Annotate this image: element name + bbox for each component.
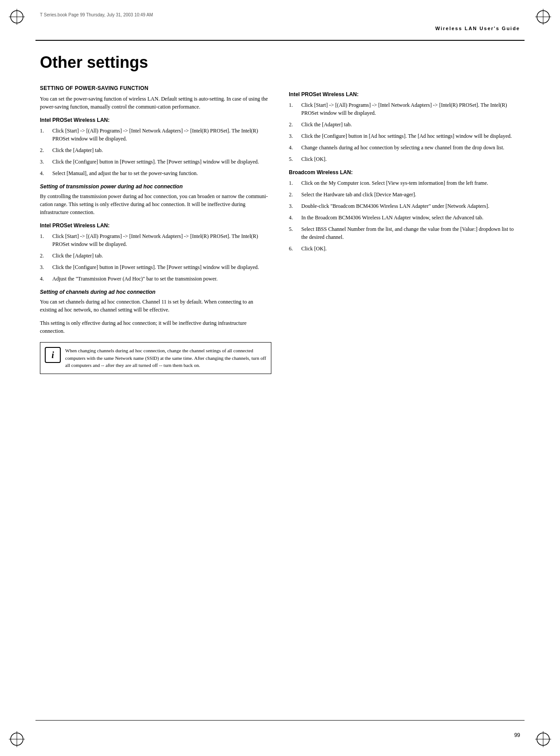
right-column: Intel PROSet Wireless LAN: 1.Click [Star… <box>289 85 521 721</box>
list-item: 3.Double-click "Broadcom BCM4306 Wireles… <box>289 202 521 210</box>
right-broadcom-label: Broadcom Wireless LAN: <box>289 169 521 175</box>
section-channels: Setting of channels during ad hoc connec… <box>40 289 271 374</box>
list-item: 2.Select the Hardware tab and click [Dev… <box>289 191 521 199</box>
list-item: 4.Select [Manual], and adjust the bar to… <box>40 169 271 177</box>
list-item: 1.Click [Start] -> [(All) Programs] -> [… <box>40 127 271 143</box>
section2-body: By controlling the transmission power du… <box>40 192 271 216</box>
info-box-text: When changing channels during ad hoc con… <box>65 347 266 369</box>
columns: SETTING OF POWER-SAVING FUNCTION You can… <box>40 85 520 721</box>
reg-mark-tl <box>8 8 26 26</box>
list-item: 2.Click the [Adapter] tab. <box>289 121 521 129</box>
section-tx-power: Setting of transmission power during ad … <box>40 183 271 283</box>
section3-title: Setting of channels during ad hoc connec… <box>40 289 271 295</box>
right-intel-label: Intel PROSet Wireless LAN: <box>289 91 521 97</box>
right-broadcom-steps: 1.Click on the My Computer icon. Select … <box>289 179 521 253</box>
list-item: 5.Click [OK]. <box>289 155 521 163</box>
list-item: 3.Click the [Configure] button in [Power… <box>40 158 271 166</box>
page-number: 99 <box>514 732 520 738</box>
list-item: 2.Click the [Adapter] tab. <box>40 252 271 260</box>
section-power-saving: SETTING OF POWER-SAVING FUNCTION You can… <box>40 85 271 177</box>
right-broadcom-section: Broadcom Wireless LAN: 1.Click on the My… <box>289 169 521 253</box>
info-icon: i <box>45 347 61 363</box>
page: T Series.book Page 99 Thursday, July 31,… <box>0 0 560 756</box>
header-text: Wireless LAN User's Guide <box>435 26 520 31</box>
section1-intel-steps: 1.Click [Start] -> [(All) Programs] -> [… <box>40 127 271 177</box>
list-item: 1.Click on the My Computer icon. Select … <box>289 179 521 187</box>
list-item: 1.Click [Start] -> [(All) Programs] -> [… <box>289 101 521 117</box>
section1-title: SETTING OF POWER-SAVING FUNCTION <box>40 85 271 91</box>
list-item: 5.Select IBSS Channel Number from the li… <box>289 225 521 241</box>
reg-mark-bl <box>8 730 26 748</box>
book-header: T Series.book Page 99 Thursday, July 31,… <box>40 12 153 17</box>
list-item: 1.Click [Start] -> [(All) Programs] -> [… <box>40 232 271 248</box>
section3-body1: You can set channels during ad hoc conne… <box>40 298 271 314</box>
content: Other settings SETTING OF POWER-SAVING F… <box>40 49 520 721</box>
list-item: 2.Click the [Adapter] tab. <box>40 146 271 154</box>
list-item: 3.Click the [Configure] button in [Power… <box>40 263 271 271</box>
right-intel-section: Intel PROSet Wireless LAN: 1.Click [Star… <box>289 91 521 163</box>
section1-intel-label: Intel PROSet Wireless LAN: <box>40 117 271 123</box>
list-item: 6.Click [OK]. <box>289 245 521 253</box>
section2-title: Setting of transmission power during ad … <box>40 183 271 190</box>
section2-intel-steps: 1.Click [Start] -> [(All) Programs] -> [… <box>40 232 271 283</box>
list-item: 4.Adjust the "Transmission Power (Ad Hoc… <box>40 275 271 283</box>
info-box: i When changing channels during ad hoc c… <box>40 342 271 374</box>
section1-body: You can set the power-saving function of… <box>40 95 271 111</box>
list-item: 4.In the Broadcom BCM4306 Wireless LAN A… <box>289 214 521 222</box>
reg-mark-tr <box>534 8 552 26</box>
section3-body2: This setting is only effective during ad… <box>40 319 271 335</box>
section2-intel-label: Intel PROSet Wireless LAN: <box>40 222 271 229</box>
reg-mark-br <box>534 730 552 748</box>
list-item: 3.Click the [Configure] button in [Ad ho… <box>289 132 521 140</box>
top-line <box>35 40 525 41</box>
left-column: SETTING OF POWER-SAVING FUNCTION You can… <box>40 85 271 721</box>
right-intel-steps: 1.Click [Start] -> [(All) Programs] -> [… <box>289 101 521 163</box>
list-item: 4.Change channels during ad hoc connecti… <box>289 144 521 152</box>
bottom-bar <box>35 720 525 721</box>
page-title: Other settings <box>40 53 520 72</box>
